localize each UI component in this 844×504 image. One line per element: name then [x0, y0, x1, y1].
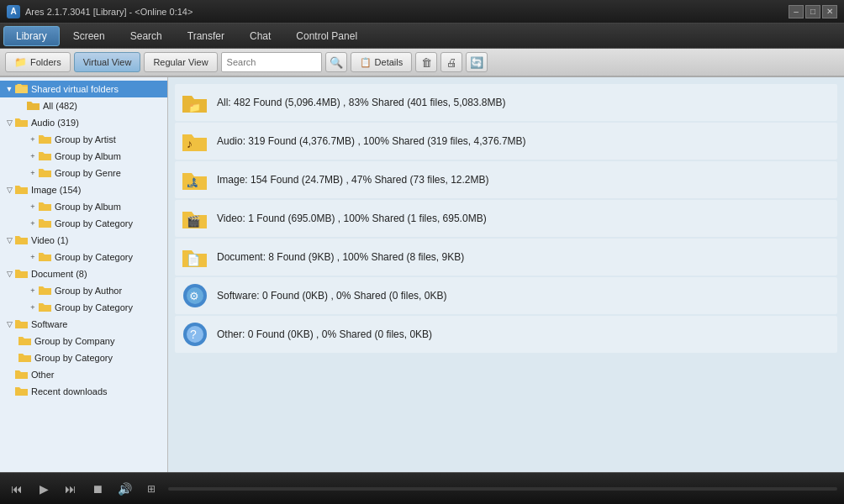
- expand-audio: ▽: [3, 117, 15, 129]
- sidebar-item-software[interactable]: ▽ Software: [0, 316, 167, 333]
- content-text-other: Other: 0 Found (0KB) , 0% Shared (0 file…: [217, 328, 432, 340]
- icon-document: 📄: [182, 244, 208, 270]
- icon-image: 🏞: [182, 166, 208, 193]
- player-volume-button[interactable]: 🔊: [114, 479, 135, 499]
- sidebar-label-document: Document (8): [31, 269, 87, 279]
- sidebar-item-group-by-category-sw[interactable]: Group by Category: [0, 349, 167, 366]
- svg-marker-13: [15, 236, 28, 244]
- svg-marker-12: [39, 219, 51, 228]
- menu-chat[interactable]: Chat: [238, 27, 282, 45]
- sidebar-label-shared-virtual: Shared virtual folders: [31, 84, 119, 94]
- icon-software: ⚙: [182, 282, 208, 309]
- toolbar: 📁 Folders Virtual View Regular View 🔍 📋 …: [0, 49, 844, 77]
- virtual-view-label: Virtual View: [83, 57, 132, 67]
- player-prev-button[interactable]: ⏮: [7, 479, 27, 499]
- sidebar-item-group-by-artist[interactable]: + Group by Artist: [0, 131, 167, 148]
- refresh-button[interactable]: 🔄: [466, 52, 488, 72]
- details-button[interactable]: 📋 Details: [351, 52, 413, 72]
- delete-button[interactable]: 🗑: [415, 52, 437, 72]
- folder-icon-video: [15, 234, 29, 247]
- content-text-document: Document: 8 Found (9KB) , 100% Shared (8…: [217, 251, 464, 263]
- folder-icon-audio: [15, 116, 29, 129]
- expand-document: ▽: [3, 268, 15, 280]
- sidebar-item-group-by-album-audio[interactable]: + Group by Album: [0, 148, 167, 165]
- svg-marker-19: [18, 337, 31, 345]
- sidebar-item-shared-virtual[interactable]: ▼ Shared virtual folders: [0, 81, 167, 97]
- svg-text:♪: ♪: [187, 137, 193, 150]
- regular-view-button[interactable]: Regular View: [144, 52, 217, 72]
- content-row-other[interactable]: ? Other: 0 Found (0KB) , 0% Shared (0 fi…: [175, 316, 837, 353]
- sidebar: ▼ Shared virtual folders All (482) ▽ Aud…: [0, 77, 168, 472]
- print-button[interactable]: 🖨: [440, 52, 462, 72]
- close-button[interactable]: ✕: [822, 5, 837, 18]
- sidebar-label-group-by-genre: Group by Genre: [55, 168, 121, 178]
- content-row-image[interactable]: 🏞 Image: 154 Found (24.7MB) , 47% Shared…: [175, 161, 837, 198]
- folder-icon-company: [18, 334, 32, 348]
- sidebar-label-audio: Audio (319): [31, 118, 79, 128]
- minimize-button[interactable]: –: [789, 5, 804, 18]
- svg-marker-22: [15, 387, 28, 396]
- menu-screen[interactable]: Screen: [61, 27, 117, 45]
- sidebar-label-group-by-author: Group by Author: [55, 286, 122, 296]
- menu-transfer[interactable]: Transfer: [176, 27, 236, 45]
- content-row-document[interactable]: 📄 Document: 8 Found (9KB) , 100% Shared …: [175, 239, 837, 276]
- svg-marker-21: [15, 370, 28, 379]
- svg-marker-11: [39, 202, 51, 211]
- player-equalizer-button[interactable]: ⊞: [141, 479, 161, 499]
- svg-marker-9: [39, 169, 51, 177]
- sidebar-item-document[interactable]: ▽ Document (8): [0, 265, 167, 282]
- virtual-view-button[interactable]: Virtual View: [74, 52, 141, 72]
- expand-album-audio: +: [27, 150, 39, 162]
- sidebar-label-video: Video (1): [31, 235, 68, 245]
- folder-icon-category-doc: [39, 301, 52, 314]
- sidebar-item-group-by-category-doc[interactable]: + Group by Category: [0, 299, 167, 316]
- player-stop-button[interactable]: ⏹: [87, 479, 108, 499]
- search-button[interactable]: 🔍: [325, 52, 347, 72]
- maximize-button[interactable]: □: [805, 5, 820, 18]
- search-input[interactable]: [221, 52, 322, 72]
- sidebar-label-group-by-artist: Group by Artist: [55, 134, 116, 144]
- folder-icon-recent: [15, 385, 29, 398]
- sidebar-item-group-by-author[interactable]: + Group by Author: [0, 282, 167, 299]
- menu-library[interactable]: Library: [3, 26, 60, 46]
- sidebar-item-group-by-genre[interactable]: + Group by Genre: [0, 165, 167, 181]
- folders-icon: 📁: [14, 56, 27, 68]
- sidebar-item-group-by-category-image[interactable]: + Group by Category: [0, 215, 167, 232]
- folder-icon-category-video: [39, 250, 52, 264]
- sidebar-item-group-by-company[interactable]: Group by Company: [0, 333, 167, 349]
- expand-software: ▽: [3, 318, 15, 330]
- titlebar: A Ares 2.1.7.3041 [Library] - <Online 0:…: [0, 0, 844, 24]
- menu-search[interactable]: Search: [119, 27, 174, 45]
- svg-marker-15: [15, 270, 28, 278]
- player-play-button[interactable]: ▶: [34, 479, 54, 499]
- menu-control-panel[interactable]: Control Panel: [284, 27, 369, 45]
- svg-marker-18: [15, 320, 28, 328]
- sidebar-label-group-by-category-video: Group by Category: [55, 252, 133, 262]
- folder-icon-category-sw: [18, 351, 32, 365]
- progress-bar[interactable]: [168, 487, 837, 491]
- svg-marker-10: [15, 186, 28, 194]
- icon-video: 🎬: [182, 205, 208, 232]
- svg-marker-6: [15, 118, 28, 127]
- svg-text:📁: 📁: [188, 101, 201, 113]
- svg-marker-8: [39, 152, 51, 160]
- sidebar-item-image[interactable]: ▽ Image (154): [0, 181, 167, 198]
- sidebar-item-audio[interactable]: ▽ Audio (319): [0, 114, 167, 131]
- sidebar-label-all: All (482): [43, 101, 77, 111]
- content-row-software[interactable]: ⚙ Software: 0 Found (0KB) , 0% Shared (0…: [175, 277, 837, 314]
- sidebar-item-all[interactable]: All (482): [0, 97, 167, 114]
- sidebar-item-other[interactable]: Other: [0, 366, 167, 383]
- svg-text:📄: 📄: [187, 253, 201, 267]
- player-next-button[interactable]: ⏭: [61, 479, 81, 499]
- folder-icon-image: [15, 183, 29, 197]
- folders-button[interactable]: 📁 Folders: [5, 52, 71, 72]
- content-row-video[interactable]: 🎬 Video: 1 Found (695.0MB) , 100% Shared…: [175, 200, 837, 237]
- content-row-all[interactable]: 📁 All: 482 Found (5,096.4MB) , 83% Share…: [175, 84, 837, 121]
- sidebar-item-video[interactable]: ▽ Video (1): [0, 232, 167, 249]
- details-label: Details: [375, 57, 404, 67]
- sidebar-label-other: Other: [31, 370, 55, 380]
- sidebar-item-group-by-album-image[interactable]: + Group by Album: [0, 198, 167, 215]
- content-row-audio[interactable]: ♪ Audio: 319 Found (4,376.7MB) , 100% Sh…: [175, 123, 837, 160]
- sidebar-item-recent-downloads[interactable]: Recent downloads: [0, 383, 167, 400]
- sidebar-item-group-by-category-video[interactable]: + Group by Category: [0, 249, 167, 265]
